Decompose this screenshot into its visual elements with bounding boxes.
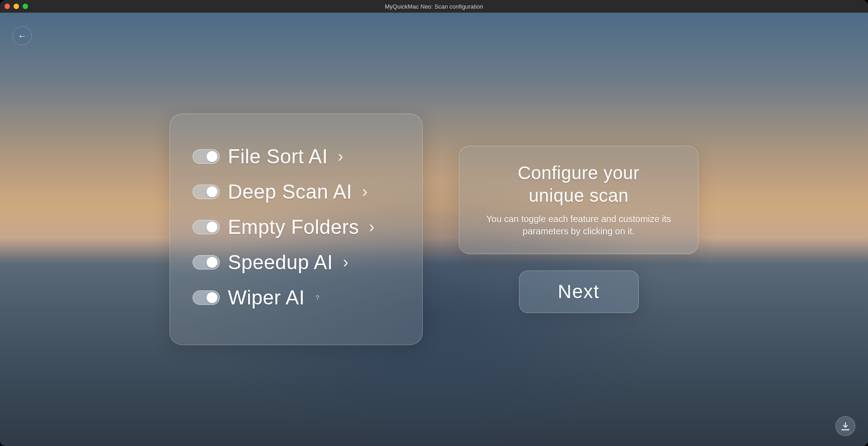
toggle-wiper-ai[interactable] bbox=[193, 290, 220, 305]
info-title-line1: Configure your bbox=[518, 163, 639, 183]
toggle-empty-folders[interactable] bbox=[193, 220, 220, 234]
feature-label: Speedup AI bbox=[228, 251, 333, 274]
feature-label: Empty Folders bbox=[228, 216, 359, 238]
info-title-line2: unique scan bbox=[528, 185, 628, 205]
feature-empty-folders[interactable]: Empty Folders › bbox=[193, 209, 400, 245]
feature-label: Wiper AI bbox=[228, 286, 305, 309]
toggle-deep-scan-ai[interactable] bbox=[193, 185, 220, 199]
download-icon bbox=[840, 421, 850, 431]
feature-label: File Sort AI bbox=[228, 145, 328, 168]
feature-wiper-ai[interactable]: Wiper AI ? bbox=[193, 280, 400, 315]
download-button[interactable] bbox=[835, 416, 855, 436]
content-area: ← File Sort AI › Deep Scan AI › Empty Fo… bbox=[0, 13, 868, 446]
toggle-file-sort-ai[interactable] bbox=[193, 149, 220, 164]
chevron-right-icon: › bbox=[362, 182, 368, 201]
maximize-window-button[interactable] bbox=[23, 4, 28, 9]
toggle-speedup-ai[interactable] bbox=[193, 255, 220, 270]
titlebar: MyQuickMac Neo: Scan configuration bbox=[0, 0, 868, 13]
help-icon[interactable]: ? bbox=[316, 294, 319, 301]
traffic-lights bbox=[5, 4, 28, 9]
feature-file-sort-ai[interactable]: File Sort AI › bbox=[193, 139, 400, 174]
chevron-right-icon: › bbox=[338, 147, 343, 166]
info-description: You can toggle each feature and customiz… bbox=[477, 213, 680, 237]
feature-label: Deep Scan AI bbox=[228, 180, 352, 203]
info-panel: Configure your unique scan You can toggl… bbox=[459, 146, 698, 254]
right-column: Configure your unique scan You can toggl… bbox=[459, 146, 698, 313]
minimize-window-button[interactable] bbox=[14, 4, 19, 9]
window-title: MyQuickMac Neo: Scan configuration bbox=[385, 3, 483, 10]
feature-speedup-ai[interactable]: Speedup AI › bbox=[193, 245, 400, 280]
next-button[interactable]: Next bbox=[519, 270, 639, 313]
chevron-right-icon: › bbox=[369, 218, 374, 237]
close-window-button[interactable] bbox=[5, 4, 10, 9]
info-title: Configure your unique scan bbox=[477, 161, 680, 207]
app-window: MyQuickMac Neo: Scan configuration ← Fil… bbox=[0, 0, 868, 446]
main-area: File Sort AI › Deep Scan AI › Empty Fold… bbox=[0, 13, 868, 446]
chevron-right-icon: › bbox=[343, 253, 349, 272]
features-panel: File Sort AI › Deep Scan AI › Empty Fold… bbox=[170, 114, 423, 345]
feature-deep-scan-ai[interactable]: Deep Scan AI › bbox=[193, 174, 400, 209]
